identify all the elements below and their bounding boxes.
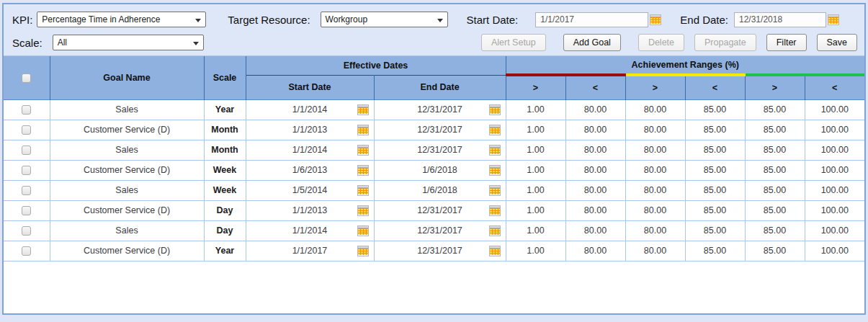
range-value-cell: 100.00: [805, 160, 864, 180]
range-value-cell: 100.00: [805, 99, 864, 120]
range-op-header-3: >: [625, 75, 685, 99]
calendar-icon[interactable]: [357, 125, 369, 135]
table-row: Customer Service (D) Day 1/1/2013 12/31/…: [4, 200, 864, 220]
range-value-cell: 100.00: [805, 120, 864, 140]
calendar-icon[interactable]: [357, 165, 369, 176]
row-checkbox[interactable]: [22, 206, 31, 215]
row-select-cell: [4, 180, 50, 200]
range-value-cell: 85.00: [745, 160, 805, 180]
range-value-cell: 85.00: [745, 99, 805, 120]
start-date-cell: 1/1/2014: [246, 140, 374, 160]
range-value-cell: 80.00: [625, 241, 685, 261]
start-date-cell: 1/6/2013: [246, 160, 374, 180]
toolbar-row-1: KPI: Percentage Time in Adherence Target…: [12, 10, 857, 29]
toolbar-row-2: Scale: All Alert Setup Add Goal Delete P…: [12, 33, 857, 52]
row-checkbox[interactable]: [22, 166, 31, 175]
add-goal-button[interactable]: Add Goal: [563, 34, 621, 51]
range-value-cell: 85.00: [745, 140, 805, 160]
goal-name-cell: Sales: [50, 220, 204, 241]
end-date-cell: 12/31/2017: [374, 140, 506, 160]
goal-management-panel: KPI: Percentage Time in Adherence Target…: [2, 3, 866, 315]
goal-name-cell: Sales: [50, 99, 204, 120]
row-checkbox[interactable]: [22, 125, 31, 135]
end-date-cell: 1/6/2018: [374, 160, 506, 180]
filter-button[interactable]: Filter: [766, 34, 807, 51]
end-date-label: End Date:: [680, 14, 728, 26]
achievement-ranges-header: Achievement Ranges (%): [506, 56, 864, 75]
table-row: Sales Month 1/1/2014 12/31/2017 1.00 80.…: [4, 140, 864, 160]
calendar-icon[interactable]: [650, 14, 661, 25]
start-date-cell: 1/5/2014: [246, 180, 374, 200]
end-date-input[interactable]: 12/31/2018: [734, 12, 826, 27]
start-date-cell: 1/1/2013: [246, 120, 374, 140]
row-checkbox[interactable]: [22, 246, 31, 256]
kpi-select[interactable]: Percentage Time in Adherence: [37, 12, 206, 27]
kpi-label: KPI:: [12, 14, 32, 26]
table-row: Customer Service (D) Month 1/1/2013 12/3…: [4, 120, 864, 140]
save-button[interactable]: Save: [817, 34, 858, 51]
start-date-text: 1/6/2013: [292, 165, 328, 175]
start-date-text: 1/1/2017: [292, 246, 328, 256]
select-all-checkbox[interactable]: [22, 73, 31, 83]
calendar-icon[interactable]: [489, 125, 501, 135]
end-date-text: 1/6/2018: [422, 185, 457, 195]
range-value-cell: 1.00: [506, 220, 565, 241]
goals-table: Goal Name Scale Effective Dates Achievem…: [4, 56, 864, 261]
range-value-cell: 80.00: [625, 120, 685, 140]
range-value-cell: 80.00: [625, 99, 685, 120]
end-date-text: 1/6/2018: [422, 165, 457, 175]
select-all-header-cell: [4, 56, 50, 99]
start-date-group: 1/1/2017: [535, 12, 661, 27]
calendar-icon[interactable]: [357, 145, 369, 156]
range-value-cell: 80.00: [625, 180, 685, 200]
row-checkbox[interactable]: [22, 186, 31, 195]
goal-name-cell: Sales: [50, 180, 204, 200]
calendar-icon[interactable]: [489, 104, 501, 115]
range-value-cell: 85.00: [745, 120, 805, 140]
start-date-text: 1/1/2013: [292, 125, 328, 135]
range-value-cell: 1.00: [506, 120, 565, 140]
range-value-cell: 80.00: [565, 99, 625, 120]
row-checkbox[interactable]: [22, 146, 31, 155]
target-resource-select[interactable]: Workgroup: [321, 12, 448, 27]
range-value-cell: 85.00: [685, 160, 745, 180]
calendar-icon[interactable]: [489, 246, 501, 256]
goal-name-cell: Customer Service (D): [50, 120, 204, 140]
calendar-icon[interactable]: [828, 14, 839, 25]
scale-cell: Week: [204, 160, 246, 180]
calendar-icon[interactable]: [489, 145, 501, 156]
start-date-input[interactable]: 1/1/2017: [535, 12, 648, 27]
row-checkbox[interactable]: [22, 226, 31, 236]
range-value-cell: 1.00: [506, 241, 565, 261]
calendar-icon[interactable]: [489, 225, 501, 236]
range-op-header-4: <: [685, 75, 745, 99]
range-value-cell: 100.00: [805, 220, 864, 241]
calendar-icon[interactable]: [357, 185, 369, 196]
calendar-icon[interactable]: [357, 104, 369, 115]
end-date-text: 12/31/2017: [417, 225, 462, 236]
scale-select[interactable]: All: [53, 35, 204, 50]
end-date-cell: 1/6/2018: [374, 180, 506, 200]
range-value-cell: 1.00: [506, 180, 565, 200]
range-value-cell: 80.00: [625, 140, 685, 160]
range-value-cell: 80.00: [565, 160, 625, 180]
row-checkbox[interactable]: [22, 105, 31, 115]
calendar-icon[interactable]: [489, 205, 501, 216]
end-date-group: 12/31/2018: [734, 12, 839, 27]
start-date-label: Start Date:: [467, 14, 519, 26]
table-row: Sales Year 1/1/2014 12/31/2017 1.00 80.0…: [4, 99, 864, 120]
calendar-icon[interactable]: [357, 246, 369, 256]
range-op-header-5: >: [745, 75, 805, 99]
goal-name-cell: Customer Service (D): [50, 160, 204, 180]
range-value-cell: 80.00: [565, 200, 625, 220]
calendar-icon[interactable]: [489, 165, 501, 176]
goals-table-header: Goal Name Scale Effective Dates Achievem…: [4, 56, 864, 99]
start-date-text: 1/5/2014: [292, 185, 328, 195]
calendar-icon[interactable]: [489, 185, 501, 196]
calendar-icon[interactable]: [357, 205, 369, 216]
calendar-icon[interactable]: [357, 225, 369, 236]
target-resource-select-value: Workgroup: [326, 14, 367, 24]
start-date-text: 1/1/2014: [292, 104, 328, 115]
table-row: Sales Day 1/1/2014 12/31/2017 1.00 80.00…: [4, 220, 864, 241]
scale-header: Scale: [204, 56, 246, 99]
